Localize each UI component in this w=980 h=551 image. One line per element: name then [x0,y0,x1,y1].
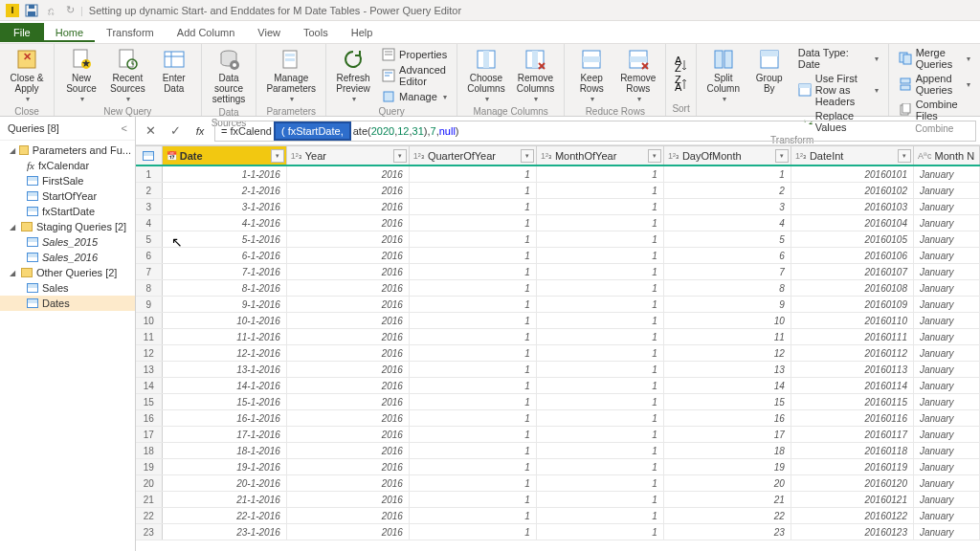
cell-date[interactable]: 12-1-2016 [163,345,287,361]
recent-sources-button[interactable]: RecentSources▾ [106,46,149,105]
cell-quarter[interactable]: 1 [410,297,537,312]
undo-icon[interactable]: ⎌ [42,2,59,19]
cell-dateint[interactable]: 20160118 [791,443,914,458]
col-monthname[interactable]: AᴮcMonth N [914,145,980,165]
tab-transform[interactable]: Transform [95,23,166,42]
query-startofyear[interactable]: StartOfYear [0,188,135,204]
cell-dateint[interactable]: 20160112 [791,345,914,361]
table-row[interactable]: 1515-1-20162016111520160115January [136,394,980,410]
refresh-preview-button[interactable]: RefreshPreview▾ [332,46,374,105]
cell-year[interactable]: 2016 [287,329,410,344]
query-sales2015[interactable]: Sales_2015 [0,234,135,250]
cell-day[interactable]: 10 [664,313,791,328]
cell-monthname[interactable]: January [914,166,980,182]
cell-monthname[interactable]: January [914,248,980,263]
tab-home[interactable]: Home [44,23,95,42]
cell-year[interactable]: 2016 [287,475,410,491]
cell-monthname[interactable]: January [914,378,980,393]
cell-quarter[interactable]: 1 [410,508,537,523]
filter-icon[interactable]: ▾ [898,149,911,163]
cell-dateint[interactable]: 20160116 [791,410,914,426]
sort-desc-button[interactable]: ZA [673,76,690,93]
keep-rows-button[interactable]: KeepRows▾ [570,46,612,105]
cell-date[interactable]: 20-1-2016 [163,475,287,491]
table-row[interactable]: 1010-1-20162016111020160110January [136,313,980,329]
cell-month[interactable]: 1 [537,427,664,442]
cell-quarter[interactable]: 1 [410,199,537,214]
cell-date[interactable]: 9-1-2016 [163,297,287,312]
cell-year[interactable]: 2016 [287,280,410,296]
cell-month[interactable]: 1 [537,459,664,474]
cell-dateint[interactable]: 20160123 [791,524,914,540]
cell-year[interactable]: 2016 [287,394,410,409]
cell-monthname[interactable]: January [914,345,980,361]
col-day[interactable]: 1²₃DayOfMonth▾ [664,145,791,165]
col-month[interactable]: 1²₃MonthOfYear▾ [537,145,664,165]
cell-date[interactable]: 22-1-2016 [163,508,287,523]
cell-day[interactable]: 22 [664,508,791,523]
cell-month[interactable]: 1 [537,280,664,296]
cell-dateint[interactable]: 20160117 [791,427,914,442]
cell-date[interactable]: 10-1-2016 [163,313,287,328]
table-row[interactable]: 66-1-2016201611620160106January [136,248,980,264]
cell-month[interactable]: 1 [537,443,664,458]
cell-date[interactable]: 8-1-2016 [163,280,287,296]
cell-quarter[interactable]: 1 [410,459,537,474]
cell-day[interactable]: 9 [664,297,791,312]
folder-staging[interactable]: ◢Staging Queries [2] [0,219,135,234]
tab-tools[interactable]: Tools [292,23,340,42]
cell-monthname[interactable]: January [914,508,980,523]
remove-columns-button[interactable]: RemoveColumns▾ [513,46,558,105]
cell-month[interactable]: 1 [537,166,664,182]
table-row[interactable]: 2020-1-20162016112020160120January [136,475,980,492]
enter-data-button[interactable]: EnterData [153,46,195,105]
table-row[interactable]: 1818-1-20162016111820160118January [136,443,980,459]
cell-month[interactable]: 1 [537,378,664,393]
manage-parameters-button[interactable]: ManageParameters▾ [262,46,320,105]
cell-monthname[interactable]: January [914,459,980,474]
cell-quarter[interactable]: 1 [410,492,537,507]
cell-day[interactable]: 19 [664,459,791,474]
cell-month[interactable]: 1 [537,410,664,426]
table-row[interactable]: 77-1-2016201611720160107January [136,264,980,280]
cell-date[interactable]: 7-1-2016 [163,264,287,279]
cell-quarter[interactable]: 1 [410,313,537,328]
cell-month[interactable]: 1 [537,475,664,491]
cell-day[interactable]: 2 [664,183,791,198]
cell-day[interactable]: 13 [664,362,791,377]
cell-year[interactable]: 2016 [287,492,410,507]
cell-dateint[interactable]: 20160113 [791,362,914,377]
cell-year[interactable]: 2016 [287,508,410,523]
collapse-icon[interactable]: < [122,122,127,134]
cell-dateint[interactable]: 20160109 [791,297,914,312]
cell-month[interactable]: 1 [537,215,664,231]
cell-dateint[interactable]: 20160108 [791,280,914,296]
fx-icon[interactable]: fx [189,121,211,142]
query-fxcalendar[interactable]: fxfxCalendar [0,158,135,173]
cell-dateint[interactable]: 20160107 [791,264,914,279]
cell-year[interactable]: 2016 [287,183,410,198]
cell-day[interactable]: 11 [664,329,791,344]
data-type-button[interactable]: Data Type: Date▾ [794,46,882,71]
cell-day[interactable]: 3 [664,199,791,214]
cell-monthname[interactable]: January [914,427,980,442]
cell-date[interactable]: 21-1-2016 [163,492,287,507]
cell-quarter[interactable]: 1 [410,378,537,393]
cell-year[interactable]: 2016 [287,459,410,474]
cell-year[interactable]: 2016 [287,297,410,312]
cell-date[interactable]: 4-1-2016 [163,215,287,231]
cell-date[interactable]: 23-1-2016 [163,524,287,540]
cell-year[interactable]: 2016 [287,231,410,247]
table-row[interactable]: 1414-1-20162016111420160114January [136,378,980,394]
cell-date[interactable]: 6-1-2016 [163,248,287,263]
col-date[interactable]: 📅Date▾ [163,145,287,165]
table-row[interactable]: 1717-1-20162016111720160117January [136,427,980,443]
cell-date[interactable]: 16-1-2016 [163,410,287,426]
table-row[interactable]: 55-1-2016201611520160105January [136,231,980,248]
cell-date[interactable]: 1-1-2016 [163,166,287,182]
save-icon[interactable] [23,2,40,19]
cell-year[interactable]: 2016 [287,443,410,458]
cancel-icon[interactable]: ✕ [140,121,161,142]
cell-dateint[interactable]: 20160104 [791,215,914,231]
cell-day[interactable]: 17 [664,427,791,442]
